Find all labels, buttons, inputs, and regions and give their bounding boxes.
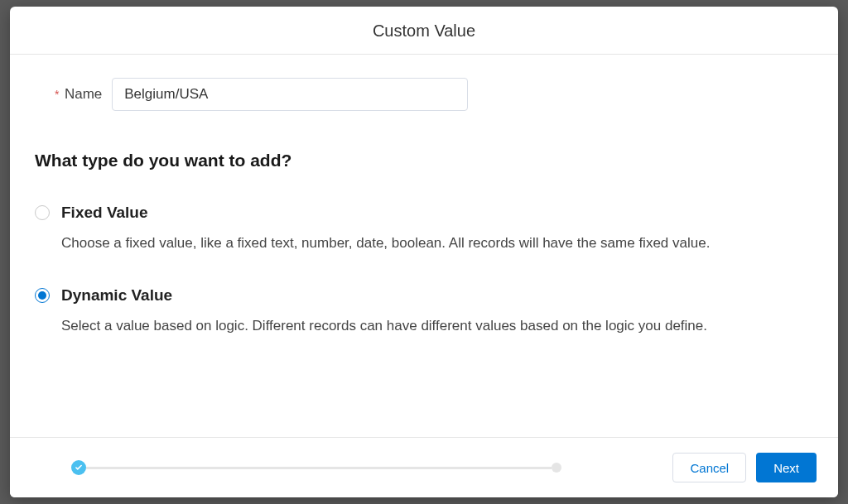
footer-actions: Cancel Next [672, 453, 817, 482]
required-indicator: * [55, 88, 59, 101]
progress-line [86, 467, 552, 469]
option-title: Dynamic Value [61, 286, 172, 305]
radio-fixed[interactable] [35, 205, 50, 220]
progress-step-done-icon [71, 460, 86, 475]
option-title: Fixed Value [61, 204, 148, 222]
option-description: Choose a fixed value, like a fixed text,… [35, 233, 813, 253]
radio-dynamic[interactable] [35, 288, 50, 303]
type-section-heading: What type do you want to add? [35, 151, 813, 170]
progress-step-pending-icon [552, 463, 561, 473]
custom-value-modal: Custom Value * Name What type do you wan… [10, 7, 838, 497]
cancel-button[interactable]: Cancel [672, 453, 746, 482]
modal-footer: Cancel Next [10, 437, 838, 497]
option-description: Select a value based on logic. Different… [35, 316, 813, 336]
option-header: Fixed Value [35, 204, 813, 222]
modal-body: * Name What type do you want to add? Fix… [10, 55, 838, 437]
next-button[interactable]: Next [756, 453, 817, 482]
wizard-progress [31, 460, 561, 475]
modal-header: Custom Value [10, 7, 838, 55]
option-dynamic-value[interactable]: Dynamic Value Select a value based on lo… [35, 286, 813, 336]
name-label-wrap: * Name [55, 86, 102, 103]
name-field-row: * Name [35, 78, 813, 111]
option-fixed-value[interactable]: Fixed Value Choose a fixed value, like a… [35, 204, 813, 253]
modal-title: Custom Value [10, 22, 838, 41]
option-header: Dynamic Value [35, 286, 813, 305]
name-label: Name [65, 86, 102, 102]
name-input[interactable] [112, 78, 468, 111]
